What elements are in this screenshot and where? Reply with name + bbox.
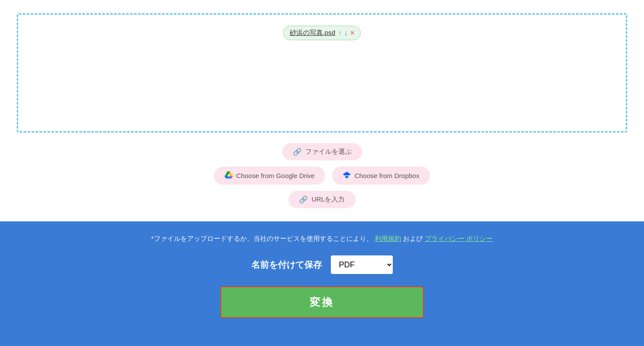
terms-text: *ファイルをアップロードするか、当社のサービスを使用することにより、 利用規約 … <box>151 235 493 243</box>
file-chip: 砂浜の写真.psd ↑ ↓ × <box>283 26 361 40</box>
dropbox-button[interactable]: Choose from Dropbox <box>332 167 430 185</box>
link-icon: 🔗 <box>293 148 302 156</box>
drop-zone[interactable]: 砂浜の写真.psd ↑ ↓ × <box>17 13 627 133</box>
cloud-buttons-row: Choose from Google Drive Choose from Dro… <box>214 167 430 185</box>
url-input-button[interactable]: 🔗 URLを入力 <box>288 191 355 208</box>
move-up-icon[interactable]: ↑ <box>338 29 341 37</box>
save-label: 名前を付けて保存 <box>251 259 322 271</box>
filename: 砂浜の写真.psd <box>290 29 335 37</box>
terms-prefix: *ファイルをアップロードするか、当社のサービスを使用することにより、 <box>151 235 373 242</box>
save-row: 名前を付けて保存 PDF DOCX JPG PNG <box>251 255 393 274</box>
terms-link[interactable]: 利用規約 <box>375 235 401 242</box>
google-drive-label: Choose from Google Drive <box>236 172 315 179</box>
dropbox-icon <box>343 171 351 180</box>
bottom-section: *ファイルをアップロードするか、当社のサービスを使用することにより、 利用規約 … <box>0 221 644 346</box>
remove-icon[interactable]: × <box>350 29 354 37</box>
buttons-area: 🔗 ファイルを選ぶ Choose from Google Drive <box>214 143 430 208</box>
dropbox-label: Choose from Dropbox <box>354 172 419 179</box>
choose-file-label: ファイルを選ぶ <box>305 148 352 156</box>
format-select[interactable]: PDF DOCX JPG PNG <box>331 255 393 274</box>
google-drive-button[interactable]: Choose from Google Drive <box>214 167 326 185</box>
url-link-icon: 🔗 <box>299 195 308 204</box>
url-label: URLを入力 <box>311 195 345 204</box>
privacy-link[interactable]: プライバシー ポリシー <box>425 235 493 242</box>
move-down-icon[interactable]: ↓ <box>344 29 348 37</box>
convert-button[interactable]: 変換 <box>220 286 424 318</box>
google-drive-icon <box>225 171 233 180</box>
terms-middle: および <box>403 235 425 242</box>
upload-section: 砂浜の写真.psd ↑ ↓ × 🔗 ファイルを選ぶ <box>0 0 644 221</box>
choose-file-button[interactable]: 🔗 ファイルを選ぶ <box>282 143 362 160</box>
